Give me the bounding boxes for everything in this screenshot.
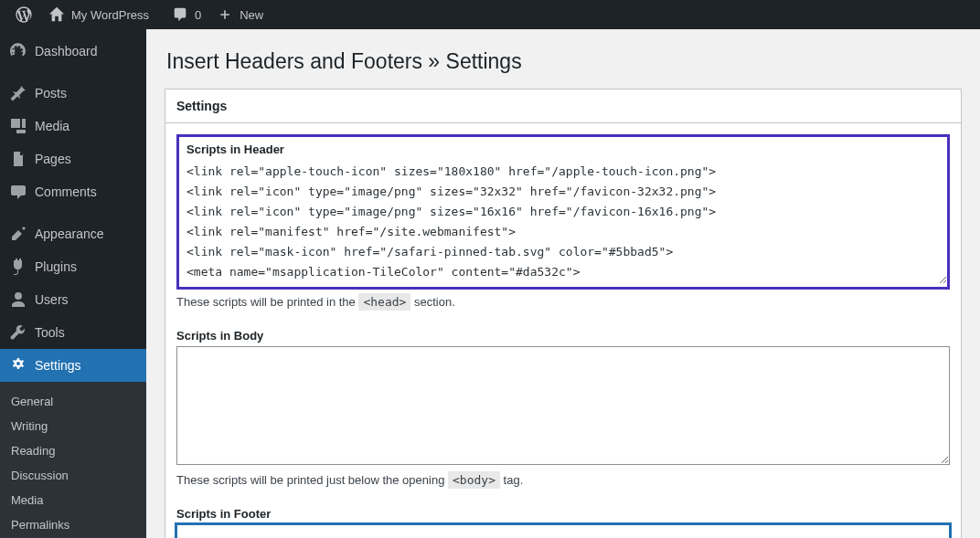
plus-icon bbox=[216, 5, 234, 24]
field-header: Scripts in Header These scripts will be … bbox=[176, 134, 950, 309]
field-label-header: Scripts in Header bbox=[179, 137, 947, 156]
settings-icon bbox=[9, 356, 27, 374]
settings-submenu: General Writing Reading Discussion Media… bbox=[0, 382, 146, 538]
user-icon bbox=[9, 290, 27, 309]
settings-box-title: Settings bbox=[165, 90, 961, 123]
submenu-item-media[interactable]: Media bbox=[0, 488, 146, 512]
sidebar-item-label: Appearance bbox=[35, 227, 104, 241]
home-icon bbox=[48, 5, 66, 24]
sidebar-item-appearance[interactable]: Appearance bbox=[0, 217, 146, 250]
admin-sidebar: Dashboard Posts Media Pages Comments App… bbox=[0, 29, 146, 538]
comment-icon bbox=[171, 5, 189, 24]
new-label: New bbox=[240, 8, 263, 22]
sidebar-item-tools[interactable]: Tools bbox=[0, 316, 146, 349]
tool-icon bbox=[9, 323, 27, 342]
sidebar-item-label: Pages bbox=[35, 152, 71, 166]
submenu-item-general[interactable]: General bbox=[0, 389, 146, 414]
footer-scripts-textarea[interactable] bbox=[176, 524, 950, 538]
header-hint: These scripts will be printed in the <he… bbox=[176, 295, 950, 309]
sidebar-item-plugins[interactable]: Plugins bbox=[0, 250, 146, 283]
sidebar-item-label: Tools bbox=[35, 325, 65, 340]
submenu-item-writing[interactable]: Writing bbox=[0, 414, 146, 438]
comments-link[interactable]: 0 bbox=[164, 0, 208, 29]
settings-box: Settings Scripts in Header These scripts… bbox=[165, 89, 962, 538]
sidebar-item-media[interactable]: Media bbox=[0, 110, 146, 142]
new-content-link[interactable]: New bbox=[208, 0, 271, 29]
page-icon bbox=[9, 150, 27, 168]
comments-count: 0 bbox=[195, 8, 201, 22]
header-highlight-frame: Scripts in Header bbox=[176, 134, 950, 290]
plugin-icon bbox=[9, 258, 27, 276]
sidebar-item-label: Comments bbox=[35, 185, 97, 199]
field-footer: Scripts in Footer bbox=[176, 507, 950, 538]
site-name: My WordPress bbox=[71, 8, 149, 22]
code-body: <body> bbox=[448, 471, 500, 489]
sidebar-item-label: Media bbox=[35, 119, 69, 133]
media-icon bbox=[9, 117, 27, 135]
field-label-body: Scripts in Body bbox=[176, 329, 950, 343]
submenu-item-permalinks[interactable]: Permalinks bbox=[0, 512, 146, 537]
code-head: <head> bbox=[358, 293, 410, 311]
sidebar-item-label: Dashboard bbox=[35, 44, 98, 58]
submenu-item-reading[interactable]: Reading bbox=[0, 438, 146, 463]
sidebar-item-posts[interactable]: Posts bbox=[0, 77, 146, 110]
sidebar-item-settings[interactable]: Settings bbox=[0, 349, 146, 382]
sidebar-item-label: Plugins bbox=[35, 259, 77, 274]
dashboard-icon bbox=[9, 42, 27, 60]
field-label-footer: Scripts in Footer bbox=[176, 507, 950, 521]
wordpress-icon bbox=[15, 5, 33, 24]
comment-icon bbox=[9, 183, 27, 201]
appearance-icon bbox=[9, 225, 27, 243]
sidebar-item-comments[interactable]: Comments bbox=[0, 175, 146, 208]
content-area: Insert Headers and Footers » Settings Se… bbox=[146, 29, 980, 538]
wp-logo[interactable] bbox=[7, 0, 40, 29]
submenu-item-discussion[interactable]: Discussion bbox=[0, 463, 146, 488]
sidebar-item-users[interactable]: Users bbox=[0, 283, 146, 316]
body-scripts-textarea[interactable] bbox=[176, 346, 950, 465]
sidebar-item-pages[interactable]: Pages bbox=[0, 142, 146, 175]
sidebar-item-dashboard[interactable]: Dashboard bbox=[0, 35, 146, 68]
admin-bar: My WordPress 0 New bbox=[0, 0, 980, 29]
field-body: Scripts in Body These scripts will be pr… bbox=[176, 329, 950, 487]
sidebar-item-label: Settings bbox=[35, 358, 81, 373]
pin-icon bbox=[9, 84, 27, 102]
sidebar-item-label: Posts bbox=[35, 86, 67, 100]
sidebar-item-label: Users bbox=[35, 292, 69, 307]
site-link[interactable]: My WordPress bbox=[40, 0, 156, 29]
body-hint: These scripts will be printed just below… bbox=[176, 473, 950, 487]
page-title: Insert Headers and Footers » Settings bbox=[166, 49, 962, 74]
header-scripts-textarea[interactable] bbox=[179, 156, 947, 284]
